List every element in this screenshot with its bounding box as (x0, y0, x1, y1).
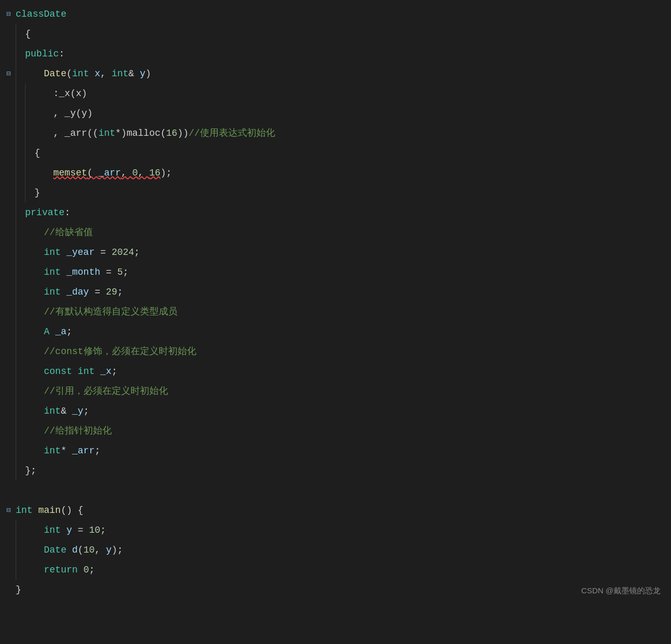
fold-icon-30 (6, 580, 14, 600)
fold-icon-1[interactable]: ⊟ (6, 4, 14, 24)
line-17: A _a ; (0, 322, 671, 342)
fold-icon-28 (6, 540, 14, 560)
indent-6b (25, 123, 34, 143)
line-26: ⊟ int main () { (0, 500, 671, 520)
line-20-content: //引用，必须在定义时初始化 (44, 381, 168, 401)
line-16: //有默认构造得自定义类型成员 (0, 302, 671, 322)
line-25 (0, 481, 671, 500)
line-11: private : (0, 203, 671, 223)
indent-5b (25, 103, 34, 123)
line-27-content: int y = 10 ; (44, 520, 106, 540)
fold-icon-10 (6, 183, 14, 203)
line-30: } (0, 580, 671, 600)
indent-22 (16, 441, 25, 461)
indent-20 (16, 401, 25, 421)
line-13-content: int _year = 2024 ; (44, 242, 140, 262)
line-21-content: int & _y ; (44, 401, 89, 421)
fold-icon-23 (6, 441, 14, 461)
line-14-content: int _month = 5 ; (44, 262, 128, 282)
line-15-content: int _day = 29 ; (44, 282, 123, 302)
indent-8a (16, 163, 25, 183)
line-28-content: Date d ( 10 , y ); (44, 540, 123, 560)
keyword-class: class (16, 4, 44, 24)
fold-icon-15 (6, 282, 14, 302)
line-10: } (0, 183, 671, 203)
fold-icon-7 (6, 123, 14, 143)
fold-icon-3 (6, 44, 14, 64)
main-function: main (38, 500, 61, 520)
line-1: ⊟ class Date (0, 4, 671, 24)
indent-2 (16, 44, 25, 64)
line-7-content: , _arr(( int *)malloc( 16 )) //使用表达式初始化 (53, 123, 275, 143)
line-26-content: int main () { (16, 500, 84, 520)
line-29: return 0 ; (0, 560, 671, 580)
line-13: int _year = 2024 ; (0, 242, 671, 262)
fold-icon-17 (6, 322, 14, 342)
indent-7a (16, 143, 25, 163)
line-12-content: //给缺省值 (44, 223, 93, 242)
indent-8b (25, 163, 34, 183)
line-18: //const修饰，必须在定义时初始化 (0, 342, 671, 361)
fold-icon-11 (6, 203, 14, 223)
open-brace-class: { (25, 24, 31, 44)
comment-default-value: //给缺省值 (44, 223, 93, 242)
line-24-content: }; (25, 461, 37, 481)
line-28: Date d ( 10 , y ); (0, 540, 671, 560)
comment-const: //const修饰，必须在定义时初始化 (44, 342, 196, 361)
fold-icon-24 (6, 461, 14, 481)
line-22: //给指针初始化 (0, 421, 671, 441)
line-17-content: A _a ; (44, 322, 72, 342)
indent-4b (25, 84, 34, 103)
line-6: , _y(y) (0, 103, 671, 123)
indent-23 (16, 461, 25, 481)
fold-icon-18 (6, 342, 14, 361)
fold-icon-26[interactable]: ⊟ (6, 500, 14, 520)
fold-icon-2 (6, 24, 14, 44)
indent-11 (16, 223, 25, 242)
constructor-name: Date (44, 64, 66, 84)
indent-15 (16, 302, 25, 322)
indent-9b (25, 183, 34, 203)
line-22-content: //给指针初始化 (44, 421, 112, 441)
line-9: memset ( _arr , 0 , 16 ); (0, 163, 671, 183)
indent-14 (16, 282, 25, 302)
line-4: ⊟ Date ( int x , int & y ) (0, 64, 671, 84)
line-30-content: } (16, 580, 21, 600)
keyword-public: public (25, 44, 59, 64)
indent-10 (16, 203, 25, 223)
line-15: int _day = 29 ; (0, 282, 671, 302)
line-8: { (0, 143, 671, 163)
indent-17 (16, 342, 25, 361)
line-2-content: { (25, 24, 31, 44)
indent-16 (16, 322, 25, 342)
fold-icon-19 (6, 361, 14, 381)
line-9-content: memset ( _arr , 0 , 16 ); (53, 163, 172, 183)
line-4-content: Date ( int x , int & y ) (44, 64, 151, 84)
indent-25 (16, 540, 25, 560)
line-6-content: , _y(y) (53, 103, 93, 123)
code-editor: ⊟ class Date { public : ⊟ Date ( int (0, 0, 671, 604)
line-23-content: int * _arr ; (44, 441, 100, 461)
colon-public: : (59, 44, 65, 64)
fold-icon-20 (6, 381, 14, 401)
fold-icon-4[interactable]: ⊟ (6, 64, 14, 84)
indent-6a (16, 123, 25, 143)
fold-icon-5 (6, 84, 14, 103)
keyword-private: private (25, 203, 65, 223)
line-16-content: //有默认构造得自定义类型成员 (44, 302, 178, 322)
line-29-content: return 0 ; (44, 560, 95, 580)
indent-7b (25, 143, 34, 163)
indent-13 (16, 262, 25, 282)
fold-icon-9 (6, 163, 14, 183)
line-3-content: public : (25, 44, 65, 64)
line-2: { (0, 24, 671, 44)
line-24: }; (0, 461, 671, 481)
indent-9a (16, 183, 25, 203)
line-19: const int _x ; (0, 361, 671, 381)
line-10-content: } (34, 183, 40, 203)
line-1-content: class Date (16, 4, 66, 24)
indent-3 (16, 64, 25, 84)
line-12: //给缺省值 (0, 223, 671, 242)
watermark: CSDN @戴墨镜的恐龙 (581, 584, 661, 596)
fold-icon-6 (6, 103, 14, 123)
